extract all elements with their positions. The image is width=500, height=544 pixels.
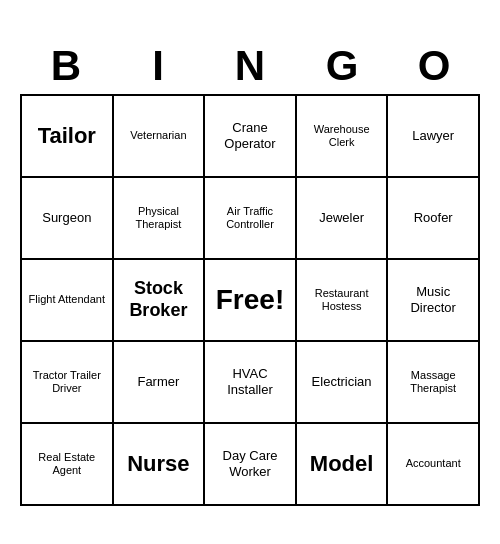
bingo-cell: Accountant bbox=[388, 424, 480, 506]
header-letter: G bbox=[296, 38, 388, 94]
header-letter: O bbox=[388, 38, 480, 94]
bingo-cell: Crane Operator bbox=[205, 96, 297, 178]
bingo-cell: Restaurant Hostess bbox=[297, 260, 389, 342]
bingo-grid: TailorVeternarianCrane OperatorWarehouse… bbox=[20, 94, 480, 506]
bingo-cell: HVAC Installer bbox=[205, 342, 297, 424]
bingo-cell: Veternarian bbox=[114, 96, 206, 178]
bingo-cell: Massage Therapist bbox=[388, 342, 480, 424]
bingo-cell: Tailor bbox=[22, 96, 114, 178]
bingo-cell: Music Director bbox=[388, 260, 480, 342]
bingo-cell: Surgeon bbox=[22, 178, 114, 260]
bingo-cell: Warehouse Clerk bbox=[297, 96, 389, 178]
bingo-cell: Free! bbox=[205, 260, 297, 342]
bingo-card: BINGO TailorVeternarianCrane OperatorWar… bbox=[20, 38, 480, 506]
bingo-cell: Farmer bbox=[114, 342, 206, 424]
bingo-cell: Real Estate Agent bbox=[22, 424, 114, 506]
bingo-cell: Physical Therapist bbox=[114, 178, 206, 260]
bingo-cell: Roofer bbox=[388, 178, 480, 260]
bingo-cell: Electrician bbox=[297, 342, 389, 424]
bingo-cell: Day Care Worker bbox=[205, 424, 297, 506]
bingo-cell: Lawyer bbox=[388, 96, 480, 178]
bingo-cell: Nurse bbox=[114, 424, 206, 506]
bingo-header: BINGO bbox=[20, 38, 480, 94]
bingo-cell: Model bbox=[297, 424, 389, 506]
bingo-cell: Flight Attendant bbox=[22, 260, 114, 342]
header-letter: B bbox=[20, 38, 112, 94]
bingo-cell: Jeweler bbox=[297, 178, 389, 260]
header-letter: I bbox=[112, 38, 204, 94]
bingo-cell: Tractor Trailer Driver bbox=[22, 342, 114, 424]
header-letter: N bbox=[204, 38, 296, 94]
bingo-cell: Air Traffic Controller bbox=[205, 178, 297, 260]
bingo-cell: Stock Broker bbox=[114, 260, 206, 342]
